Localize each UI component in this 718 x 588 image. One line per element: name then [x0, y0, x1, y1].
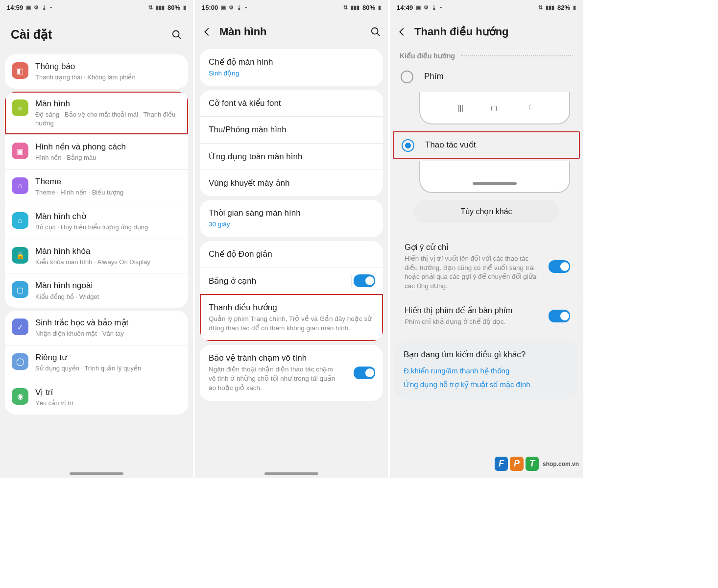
row-subtitle: Quản lý phím Trang chính, Trở về và Gần … — [209, 315, 374, 333]
fpt-shop-logo: F P T shop.com.vn — [495, 457, 579, 471]
row-subtitle: Kiểu đồng hồ · Widget — [35, 293, 180, 301]
wifi-icon: ⇅ — [343, 4, 348, 11]
gesture-hint-toggle[interactable]: Gợi ý cử chỉ Hiển thị vị trí vuốt lên đố… — [395, 235, 578, 298]
settings-group: Bảo vệ tránh chạm vô tìnhNgăn điện thoại… — [200, 345, 383, 401]
download-icon: ⭳ — [237, 4, 242, 10]
settings-row[interactable]: ▢Màn hình ngoàiKiểu đồng hồ · Widget — [5, 273, 188, 308]
toggle-on-icon[interactable] — [549, 260, 570, 273]
settings-row[interactable]: ⌂ThemeTheme · Hình nền · Biểu tượng — [5, 169, 188, 204]
settings-row[interactable]: ◉Vị tríYêu cầu vị trí — [5, 380, 188, 415]
image-icon: ▣ — [416, 4, 421, 11]
row-title: Vùng khuyết máy ảnh — [209, 178, 374, 188]
gesture-handle-indicator — [264, 472, 318, 475]
row-subtitle: Theme · Hình nền · Biểu tượng — [35, 188, 180, 197]
row-icon: ⌂ — [12, 177, 28, 194]
settings-row[interactable]: ☼Màn hìnhĐộ sáng · Bảo vệ cho mắt thoải … — [5, 92, 188, 134]
row-subtitle: Nhận diện khuôn mặt · Vân tay — [35, 329, 180, 338]
svg-point-0 — [173, 30, 179, 37]
row-subtitle: Ngăn điện thoại nhận diện thao tác chạm … — [209, 365, 374, 393]
search-icon[interactable] — [171, 29, 182, 40]
settings-row[interactable]: Bảo vệ tránh chạm vô tìnhNgăn điện thoại… — [200, 345, 383, 401]
row-subtitle: Sử dụng quyền · Trình quản lý quyền — [35, 364, 180, 373]
row-subtitle: Thanh trạng thái · Không làm phiền — [35, 73, 180, 82]
svg-line-3 — [377, 33, 380, 36]
toggle-on-icon[interactable] — [354, 274, 375, 287]
dot-icon: • — [50, 4, 52, 10]
option-label: Phím — [424, 71, 444, 81]
settings-row[interactable]: Ứng dụng toàn màn hình — [200, 143, 383, 170]
row-title: Chế độ Đơn giản — [209, 249, 374, 259]
row-subtitle: Bố cục · Huy hiệu biểu tượng ứng dụng — [35, 223, 180, 232]
home-glyph: ▢ — [491, 104, 497, 112]
gesture-handle-glyph — [473, 182, 517, 185]
pane-display: 15:00 ▣ ⚙ ⭳ • ⇅ ▮▮▮ 80% ▮ Màn hình Chế đ… — [195, 0, 388, 478]
triple-screenshot: 14:59 ▣ ⚙ ⭳ • ⇅ ▮▮▮ 80% ▮ Cài đặt ◧Thông… — [0, 0, 583, 478]
page-title: Cài đặt — [11, 27, 52, 42]
option-buttons[interactable]: Phím — [390, 63, 583, 90]
signal-icon: ▮▮▮ — [351, 4, 359, 11]
more-options-button[interactable]: Tùy chọn khác — [413, 200, 559, 223]
settings-row[interactable]: ▣Hình nền và phong cáchHình nền · Bảng m… — [5, 134, 188, 169]
settings-group: ✓Sinh trắc học và bảo mậtNhận diện khuôn… — [5, 311, 188, 414]
option-gesture[interactable]: Thao tác vuốt — [393, 131, 580, 159]
settings-row[interactable]: Thời gian sáng màn hình30 giây — [200, 200, 383, 237]
back-icon[interactable] — [202, 26, 213, 37]
settings-row[interactable]: Bảng ở cạnh — [200, 268, 383, 294]
settings-group: ◧Thông báoThanh trạng thái · Không làm p… — [5, 54, 188, 89]
row-title: Thông báo — [35, 61, 180, 72]
row-title: Vị trí — [35, 387, 180, 397]
pane-navbar-settings: 14:49 ▣ ⚙ ⭳ • ⇅ ▮▮▮ 82% ▮ Thanh điều hướ… — [390, 0, 583, 478]
gear-icon: ⚙ — [424, 4, 429, 11]
related-link[interactable]: Đ.khiển rung/âm thanh hệ thống — [404, 367, 569, 375]
settings-row[interactable]: ◯Riêng tưSử dụng quyền · Trình quản lý q… — [5, 345, 188, 380]
row-title: Bảo vệ tránh chạm vô tình — [209, 353, 374, 363]
dot-icon: • — [440, 4, 442, 10]
settings-row[interactable]: Chế độ Đơn giản — [200, 241, 383, 267]
row-title: Sinh trắc học và bảo mật — [35, 318, 180, 328]
row-title: Theme — [35, 176, 180, 187]
row-subtitle: Kiểu khóa màn hình · Always On Display — [35, 258, 180, 267]
settings-row[interactable]: Thanh điều hướngQuản lý phím Trang chính… — [200, 294, 383, 341]
status-time: 14:59 — [7, 4, 23, 11]
svg-point-2 — [372, 28, 378, 34]
search-icon[interactable] — [370, 26, 381, 37]
hide-keyboard-button-toggle[interactable]: Hiển thị phím để ẩn bàn phím Phím chỉ kh… — [395, 298, 578, 334]
settings-row[interactable]: Chế độ màn hìnhSinh động — [200, 49, 383, 86]
row-subtitle: Độ sáng · Bảo vệ cho mắt thoải mái · Tha… — [35, 110, 180, 127]
battery-text: 80% — [362, 4, 375, 11]
status-time: 14:49 — [397, 4, 413, 11]
status-bar: 14:49 ▣ ⚙ ⭳ • ⇅ ▮▮▮ 82% ▮ — [390, 0, 583, 15]
row-icon: ▣ — [12, 143, 28, 159]
settings-row[interactable]: ◧Thông báoThanh trạng thái · Không làm p… — [5, 54, 188, 89]
row-subtitle: Sinh động — [209, 69, 374, 78]
row-title: Hình nền và phong cách — [35, 142, 180, 152]
back-icon[interactable] — [397, 26, 407, 37]
row-subtitle: Hình nền · Bảng màu — [35, 153, 180, 162]
settings-row[interactable]: ✓Sinh trắc học và bảo mậtNhận diện khuôn… — [5, 311, 188, 345]
battery-text: 80% — [168, 4, 180, 11]
row-icon: ▢ — [12, 281, 28, 298]
page-title: Thanh điều hướng — [414, 25, 576, 38]
header: Màn hình — [195, 15, 388, 47]
toggle-on-icon[interactable] — [354, 367, 375, 379]
toggle-on-icon[interactable] — [549, 310, 570, 322]
svg-line-1 — [178, 36, 181, 39]
settings-row[interactable]: 🔒Màn hình khóaKiểu khóa màn hình · Alway… — [5, 239, 188, 273]
download-icon: ⭳ — [42, 4, 47, 10]
page-title: Màn hình — [219, 25, 363, 38]
settings-row[interactable]: Vùng khuyết máy ảnh — [200, 170, 383, 196]
settings-group: Chế độ màn hìnhSinh động — [200, 49, 383, 86]
battery-text: 82% — [557, 4, 570, 11]
settings-group: Cỡ font và kiểu fontThu/Phóng màn hìnhỨn… — [200, 90, 383, 196]
back-glyph: 〈 — [525, 103, 531, 112]
wifi-icon: ⇅ — [148, 4, 153, 11]
settings-row[interactable]: Cỡ font và kiểu font — [200, 90, 383, 116]
settings-row[interactable]: ⌂Màn hình chờBố cục · Huy hiệu biểu tượn… — [5, 204, 188, 239]
related-link[interactable]: Ứng dụng hỗ trợ kỹ thuật số mặc định — [404, 380, 569, 389]
battery-icon: ▮ — [573, 4, 576, 11]
row-title: Màn hình ngoài — [35, 280, 180, 291]
settings-row[interactable]: Thu/Phóng màn hình — [200, 116, 383, 143]
gesture-handle-indicator — [70, 472, 123, 475]
row-title: Thanh điều hướng — [209, 302, 374, 313]
tip-question: Bạn đang tìm kiếm điều gì khác? — [404, 349, 569, 360]
